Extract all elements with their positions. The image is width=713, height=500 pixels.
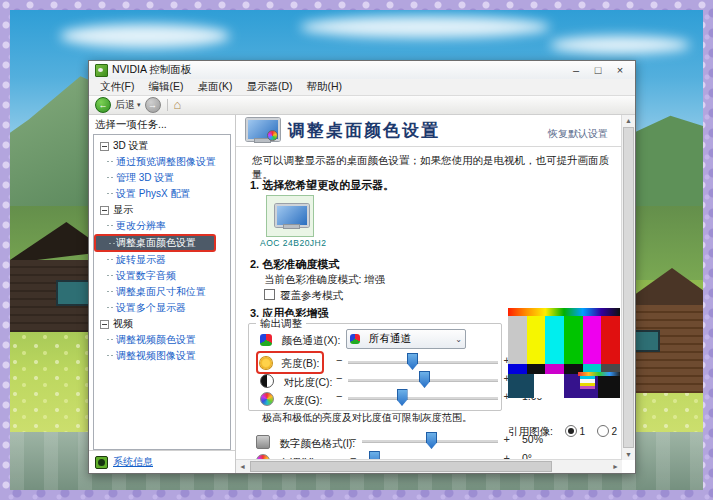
tree-item-digital-audio[interactable]: 设置数字音频 — [94, 268, 230, 284]
tree-item-change-resolution[interactable]: 更改分辨率 — [94, 218, 230, 234]
reference-radio-2[interactable] — [597, 425, 609, 437]
gamma-slider[interactable]: − + — [348, 389, 498, 405]
cloud — [300, 16, 550, 38]
mini-stripe-block — [580, 376, 595, 389]
gamma-label: 灰度(G): — [283, 394, 322, 406]
back-icon[interactable]: ← — [95, 97, 111, 113]
gamma-row: 灰度(G): — [260, 390, 323, 408]
section1-heading: 1. 选择您希望更改的显示器。 — [250, 178, 394, 193]
tree-group-video[interactable]: 视频 — [94, 316, 230, 332]
brightness-row: 亮度(B): — [256, 351, 324, 374]
scroll-left-icon[interactable]: ◄ — [236, 463, 249, 470]
sidebar-footer: 系统信息 — [89, 450, 235, 473]
home-icon[interactable]: ⌂ — [174, 98, 182, 112]
title-bar[interactable]: NVIDIA 控制面板 – □ × — [89, 61, 635, 79]
cloud — [60, 24, 230, 48]
minimize-button[interactable]: – — [565, 62, 587, 78]
tree-group-display[interactable]: 显示 — [94, 202, 230, 218]
contrast-row: 对比度(C): — [260, 372, 332, 390]
tree-item-rotate-display[interactable]: 旋转显示器 — [94, 252, 230, 268]
horizontal-scrollbar[interactable]: ◄ ► — [236, 459, 622, 473]
menu-desktop[interactable]: 桌面(K) — [190, 80, 239, 94]
override-reference-checkbox[interactable] — [264, 289, 275, 300]
maximize-button[interactable]: □ — [587, 62, 609, 78]
reference-image-group: 引用图像: 1 2 — [508, 421, 622, 439]
tree-item-manage-3d[interactable]: 管理 3D 设置 — [94, 170, 230, 186]
monitor-icon — [275, 204, 305, 229]
tree-item-video-color[interactable]: 调整视频颜色设置 — [94, 332, 230, 348]
reference-image-label: 引用图像: — [508, 425, 553, 437]
nvidia-control-panel-window: NVIDIA 控制面板 – □ × 文件(F) 编辑(E) 桌面(K) 显示器(… — [88, 60, 636, 474]
slider-thumb[interactable] — [419, 371, 430, 388]
menu-help[interactable]: 帮助(H) — [300, 80, 350, 94]
back-dropdown-caret-icon[interactable]: ▾ — [137, 101, 141, 109]
reference-test-pattern-image — [508, 308, 620, 398]
digital-color-format-label: 数字颜色格式(I): — [279, 437, 355, 449]
task-sidebar: 选择一项任务... 3D 设置 通过预览调整图像设置 管理 3D 设置 设置 P… — [89, 115, 236, 473]
all-channels-icon — [350, 334, 360, 344]
task-tree: 3D 设置 通过预览调整图像设置 管理 3D 设置 设置 PhysX 配置 显示… — [93, 134, 231, 450]
slider-thumb[interactable] — [397, 389, 408, 406]
color-channel-row: 颜色通道(X): — [260, 330, 340, 348]
reference-radio-1[interactable] — [565, 425, 577, 437]
scroll-up-icon[interactable]: ▲ — [622, 117, 635, 124]
system-info-link[interactable]: 系统信息 — [113, 455, 153, 469]
dropdown-value: 所有通道 — [369, 332, 411, 346]
brightness-icon — [260, 357, 272, 369]
tree-item-adjust-desktop-color-selected[interactable]: 调整桌面颜色设置 — [94, 234, 216, 252]
vertical-scrollbar[interactable]: ▲ ▼ — [621, 115, 635, 460]
thin-rainbow-strip — [578, 372, 620, 376]
digital-vibrance-row: 数字颜色格式(I): — [256, 433, 355, 451]
contrast-icon — [260, 374, 274, 388]
range-note: 极高和极低的亮度及对比度值可限制灰度范围。 — [262, 411, 472, 425]
tree-item-physx[interactable]: 设置 PhysX 配置 — [94, 186, 230, 202]
desktop-wallpaper: NVIDIA 控制面板 – □ × 文件(F) 编辑(E) 桌面(K) 显示器(… — [10, 10, 703, 490]
tree-item-video-image[interactable]: 调整视频图像设置 — [94, 348, 230, 364]
tree-item-desktop-size-position[interactable]: 调整桌面尺寸和位置 — [94, 284, 230, 300]
header-divider — [236, 146, 622, 147]
color-channel-dropdown[interactable]: 所有通道 ⌄ — [346, 329, 466, 349]
menu-file[interactable]: 文件(F) — [93, 80, 141, 94]
sidebar-header: 选择一项任务... — [89, 115, 235, 134]
vertical-scroll-thumb[interactable] — [623, 127, 634, 448]
digital-color-format-icon — [256, 435, 270, 449]
menu-edit[interactable]: 编辑(E) — [141, 80, 190, 94]
forward-icon[interactable]: → — [145, 97, 161, 113]
nvidia-app-icon — [95, 64, 108, 77]
close-button[interactable]: × — [609, 62, 631, 78]
slider-thumb[interactable] — [407, 353, 418, 370]
cloud — [550, 36, 690, 54]
contrast-label: 对比度(C): — [283, 376, 332, 388]
tree-item-multiple-displays[interactable]: 设置多个显示器 — [94, 300, 230, 316]
back-label[interactable]: 后退 — [115, 98, 135, 112]
contrast-slider[interactable]: − + — [348, 371, 498, 387]
override-reference-mode-row: 覆盖参考模式 — [264, 289, 343, 303]
menu-display[interactable]: 显示器(D) — [239, 80, 299, 94]
content-panel: 调整桌面颜色设置 恢复默认设置 您可以调整显示器的桌面颜色设置；如果您使用的是电… — [236, 115, 635, 473]
menu-bar: 文件(F) 编辑(E) 桌面(K) 显示器(D) 帮助(H) — [89, 79, 635, 96]
screenshot-root: NVIDIA 控制面板 – □ × 文件(F) 编辑(E) 桌面(K) 显示器(… — [0, 0, 713, 500]
tree-item-adjust-image-preview[interactable]: 通过预览调整图像设置 — [94, 154, 230, 170]
scroll-right-icon[interactable]: ► — [609, 463, 622, 470]
scroll-down-icon[interactable]: ▼ — [622, 451, 635, 458]
monitor-name: AOC 24B20JH2 — [260, 238, 326, 248]
groupbox-label: 输出调整 — [256, 317, 306, 331]
page-title-icon — [246, 118, 276, 143]
tree-group-3d-settings[interactable]: 3D 设置 — [94, 138, 230, 154]
restore-defaults-link[interactable]: 恢复默认设置 — [548, 127, 608, 141]
page-title: 调整桌面颜色设置 — [288, 119, 440, 142]
digital-color-format-slider[interactable]: − + — [362, 432, 498, 448]
current-color-mode: 当前色彩准确度模式: 增强 — [264, 273, 385, 287]
gamma-icon — [260, 392, 274, 406]
collapse-icon[interactable] — [100, 320, 109, 329]
red-annotation-box: 亮度(B): — [256, 351, 324, 374]
window-title: NVIDIA 控制面板 — [112, 63, 565, 77]
color-channel-icon — [260, 334, 272, 346]
collapse-icon[interactable] — [100, 142, 109, 151]
system-info-icon — [95, 456, 108, 469]
display-select-tile[interactable] — [266, 195, 314, 237]
horizontal-scroll-thumb[interactable] — [250, 461, 552, 472]
collapse-icon[interactable] — [100, 206, 109, 215]
brightness-slider[interactable]: − + — [348, 353, 498, 369]
slider-thumb[interactable] — [426, 432, 437, 449]
